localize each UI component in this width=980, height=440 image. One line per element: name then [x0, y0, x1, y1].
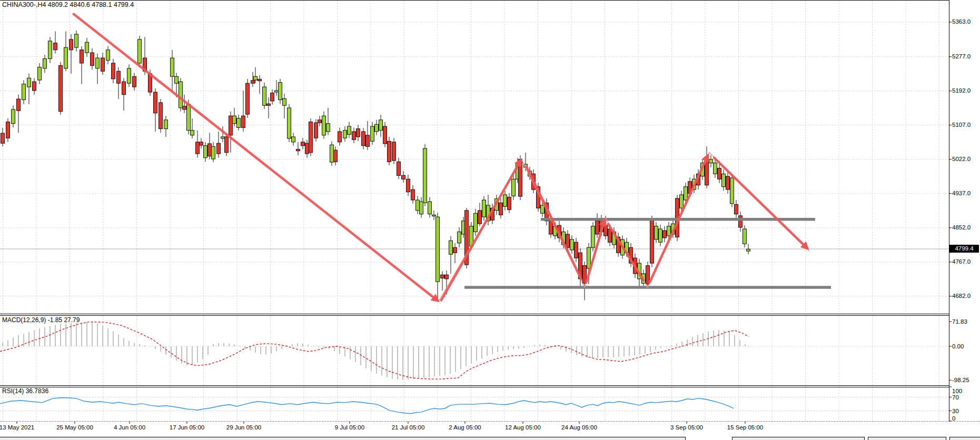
price-axis-label: 4937.0 [952, 190, 971, 196]
time-axis-label: 2 Aug 05:00 [449, 424, 481, 431]
bottom-panel-box[interactable] [949, 437, 980, 440]
price-axis-label: 5277.0 [952, 53, 971, 59]
time-axis-label: 21 Jul 05:00 [392, 424, 425, 431]
time-axis-label: 3 Sep 05:00 [670, 424, 703, 431]
price-axis-label: 4852.0 [952, 224, 971, 231]
time-axis-label: 13 May 2021 [0, 424, 34, 431]
rsi-axis-label: 0 [952, 415, 955, 422]
bottom-panel-box[interactable] [732, 437, 865, 440]
rsi-axis-label: 70 [952, 394, 959, 401]
rsi-axis-label: 100 [952, 388, 962, 394]
time-axis-label: 17 Jun 05:00 [170, 424, 205, 431]
time-axis-label: 4 Jun 05:00 [114, 424, 145, 431]
price-axis-label: 5022.0 [952, 156, 971, 162]
price-axis-label: 5107.0 [952, 122, 971, 128]
macd-axis-label: 0.00 [952, 343, 964, 349]
rsi-axis-label: 30 [952, 408, 959, 414]
time-axis-label: 25 May 05:00 [56, 424, 93, 431]
current-price-tag: 4799.4 [949, 245, 979, 253]
time-axis-label: 12 Aug 05:00 [505, 424, 541, 431]
macd-axis-label: -98.25 [952, 377, 969, 383]
chart-title: CHINA300-,H4 4809.2 4840.6 4788.1 4799.4 [2, 2, 134, 8]
price-axis-label: 4767.0 [952, 258, 971, 265]
price-axis-label: 5192.0 [952, 87, 971, 94]
price-axis-label: 5363.0 [952, 18, 971, 25]
rsi-indicator-label: RSI(14) 36.7836 [2, 388, 48, 395]
time-axis-label: 15 Sep 05:00 [727, 424, 763, 431]
time-axis-label: 24 Aug 05:00 [561, 424, 597, 431]
bottom-panel-box[interactable] [868, 437, 946, 440]
price-axis-label: 4682.0 [952, 293, 971, 299]
chart-canvas[interactable] [0, 0, 980, 440]
bottom-panel-box[interactable] [0, 437, 686, 440]
time-axis-label: 29 Jun 05:00 [226, 424, 262, 431]
time-axis-label: 9 Jul 05:00 [335, 424, 364, 431]
macd-axis-label: 71.83 [952, 318, 967, 325]
trading-chart-window: CHINA300-,H4 4809.2 4840.6 4788.1 4799.4… [0, 0, 980, 440]
macd-indicator-label: MACD(12,26,9) -1.85 27.79 [2, 317, 80, 324]
